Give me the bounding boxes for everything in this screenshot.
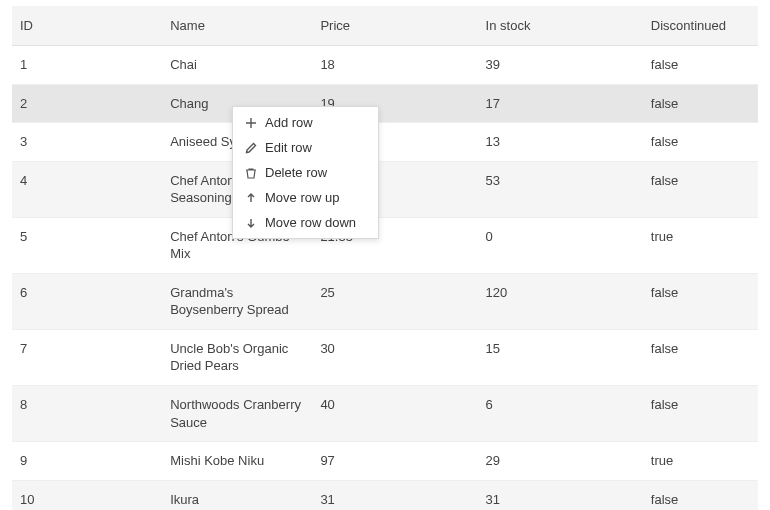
menu-item-label: Move row up <box>265 190 339 205</box>
plus-icon <box>243 117 259 129</box>
menu-item-move-row-down[interactable]: Move row down <box>233 210 378 235</box>
table-row[interactable]: 1Chai1839false <box>12 46 758 85</box>
cell-id: 8 <box>12 386 162 442</box>
cell-in-stock: 15 <box>478 329 643 385</box>
menu-item-move-row-up[interactable]: Move row up <box>233 185 378 210</box>
trash-icon <box>243 167 259 179</box>
col-header-name[interactable]: Name <box>162 6 312 46</box>
cell-in-stock: 53 <box>478 161 643 217</box>
cell-in-stock: 39 <box>478 46 643 85</box>
cell-price: 40 <box>312 386 477 442</box>
menu-item-edit-row[interactable]: Edit row <box>233 135 378 160</box>
cell-price: 97 <box>312 442 477 481</box>
cell-in-stock: 29 <box>478 442 643 481</box>
cell-name: Mishi Kobe Niku <box>162 442 312 481</box>
cell-discontinued: false <box>643 273 758 329</box>
cell-discontinued: false <box>643 480 758 510</box>
table-row[interactable]: 10Ikura3131false <box>12 480 758 510</box>
menu-item-add-row[interactable]: Add row <box>233 110 378 135</box>
cell-in-stock: 17 <box>478 84 643 123</box>
cell-discontinued: false <box>643 161 758 217</box>
cell-name: Northwoods Cranberry Sauce <box>162 386 312 442</box>
menu-item-label: Move row down <box>265 215 356 230</box>
header-row: ID Name Price In stock Discontinued <box>12 6 758 46</box>
table-row[interactable]: 4Chef Anton's Cajun Seasoning2253false <box>12 161 758 217</box>
menu-item-label: Add row <box>265 115 313 130</box>
cell-id: 9 <box>12 442 162 481</box>
cell-id: 1 <box>12 46 162 85</box>
col-header-discontinued[interactable]: Discontinued <box>643 6 758 46</box>
context-menu: Add row Edit row Delete row Move row up … <box>232 106 379 239</box>
cell-id: 3 <box>12 123 162 162</box>
table-row[interactable]: 5Chef Anton's Gumbo Mix21.350true <box>12 217 758 273</box>
col-header-in-stock[interactable]: In stock <box>478 6 643 46</box>
cell-id: 7 <box>12 329 162 385</box>
arrow-down-icon <box>243 217 259 229</box>
cell-price: 25 <box>312 273 477 329</box>
cell-discontinued: false <box>643 329 758 385</box>
arrow-up-icon <box>243 192 259 204</box>
cell-discontinued: false <box>643 84 758 123</box>
cell-discontinued: true <box>643 217 758 273</box>
cell-id: 2 <box>12 84 162 123</box>
cell-in-stock: 31 <box>478 480 643 510</box>
table-row[interactable]: 2Chang1917false <box>12 84 758 123</box>
cell-discontinued: true <box>643 442 758 481</box>
table-row[interactable]: 3Aniseed Syrup1013false <box>12 123 758 162</box>
cell-in-stock: 6 <box>478 386 643 442</box>
cell-in-stock: 120 <box>478 273 643 329</box>
cell-name: Ikura <box>162 480 312 510</box>
menu-item-label: Delete row <box>265 165 327 180</box>
table-row[interactable]: 7Uncle Bob's Organic Dried Pears3015fals… <box>12 329 758 385</box>
table-row[interactable]: 6Grandma's Boysenberry Spread25120false <box>12 273 758 329</box>
table-row[interactable]: 8Northwoods Cranberry Sauce406false <box>12 386 758 442</box>
menu-item-delete-row[interactable]: Delete row <box>233 160 378 185</box>
cell-id: 6 <box>12 273 162 329</box>
col-header-id[interactable]: ID <box>12 6 162 46</box>
cell-name: Uncle Bob's Organic Dried Pears <box>162 329 312 385</box>
cell-price: 31 <box>312 480 477 510</box>
cell-in-stock: 13 <box>478 123 643 162</box>
data-grid: ID Name Price In stock Discontinued 1Cha… <box>12 6 758 510</box>
menu-item-label: Edit row <box>265 140 312 155</box>
cell-id: 5 <box>12 217 162 273</box>
cell-id: 4 <box>12 161 162 217</box>
cell-in-stock: 0 <box>478 217 643 273</box>
cell-name: Grandma's Boysenberry Spread <box>162 273 312 329</box>
cell-discontinued: false <box>643 386 758 442</box>
pencil-icon <box>243 142 259 154</box>
col-header-price[interactable]: Price <box>312 6 477 46</box>
table-row[interactable]: 9Mishi Kobe Niku9729true <box>12 442 758 481</box>
cell-id: 10 <box>12 480 162 510</box>
table-body: 1Chai1839false2Chang1917false3Aniseed Sy… <box>12 46 758 511</box>
cell-price: 18 <box>312 46 477 85</box>
cell-discontinued: false <box>643 123 758 162</box>
cell-price: 30 <box>312 329 477 385</box>
cell-name: Chai <box>162 46 312 85</box>
cell-discontinued: false <box>643 46 758 85</box>
